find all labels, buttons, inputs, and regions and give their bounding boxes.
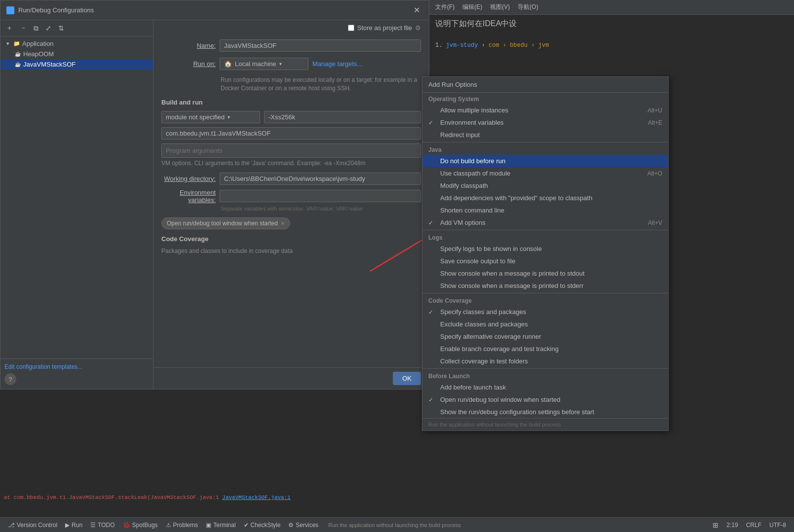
- name-row: Name:: [161, 39, 421, 52]
- ide-menu-nav[interactable]: 导航(O): [518, 3, 538, 11]
- ide-menu-view[interactable]: 视图(V): [490, 3, 510, 11]
- menu-item-open-run-debug[interactable]: ✓ Open run/debug tool window when starte…: [422, 393, 668, 406]
- menu-item-branch-coverage[interactable]: Enable branch coverage and test tracking: [422, 343, 668, 355]
- vm-options-input[interactable]: [264, 111, 421, 123]
- manage-targets-link[interactable]: Manage targets...: [312, 60, 362, 68]
- tree-group-label: Application: [22, 40, 54, 47]
- program-args-input[interactable]: [161, 143, 421, 158]
- menu-item-add-before[interactable]: Add before launch task: [422, 381, 668, 393]
- home-icon: 🏠: [224, 60, 232, 68]
- menu-item-redirect[interactable]: Redirect input: [422, 129, 668, 141]
- tree-item-javavmstacksof[interactable]: ☕ JavaVMStackSOF: [0, 59, 153, 70]
- app-icon: [6, 6, 14, 14]
- status-terminal[interactable]: ▣ Terminal: [202, 518, 239, 532]
- remove-config-button[interactable]: －: [17, 22, 29, 34]
- menu-item-save-console[interactable]: Save console output to file: [422, 255, 668, 267]
- store-as-project-checkbox[interactable]: [348, 25, 354, 31]
- menu-item-test-folders[interactable]: Collect coverage in test folders: [422, 355, 668, 367]
- status-line-ending[interactable]: CRLF: [742, 518, 765, 532]
- menu-item-exclude-classes[interactable]: Exclude classes and packages: [422, 318, 668, 330]
- menu-item-shorten-cmd[interactable]: Shorten command line: [422, 204, 668, 216]
- run-on-dropdown[interactable]: 🏠 Local machine ▾: [220, 58, 308, 70]
- chip-close-button[interactable]: ×: [281, 219, 285, 227]
- menu-item-allow-multiple-label: Allow multiple instances: [440, 106, 508, 114]
- status-encoding[interactable]: UTF-8: [765, 518, 790, 532]
- shortcut-add-vm: Alt+V: [648, 219, 662, 226]
- name-input[interactable]: [220, 39, 421, 52]
- ide-file: com › bbedu › jvm: [489, 42, 549, 49]
- status-todo[interactable]: ☰ TODO: [86, 518, 118, 532]
- menu-item-env-vars[interactable]: ✓ Environment variables Alt+E: [422, 116, 668, 129]
- menu-item-use-classpath[interactable]: Use classpath of module Alt+O: [422, 167, 668, 179]
- menu-item-redirect-label: Redirect input: [440, 131, 480, 139]
- check-add-vm: ✓: [428, 219, 436, 226]
- run-on-label: Run on:: [161, 60, 216, 68]
- sort-config-button[interactable]: ⇅: [56, 23, 67, 34]
- help-button[interactable]: ?: [4, 373, 16, 385]
- ok-button[interactable]: OK: [393, 372, 421, 385]
- step-label: 1.: [435, 42, 442, 49]
- status-bar: ⎇ Version Control ▶ Run ☰ TODO 🐞 SpotBug…: [0, 517, 794, 532]
- divider-java: [422, 142, 668, 142]
- status-run[interactable]: ▶ Run: [61, 518, 86, 532]
- build-run-section: Build and run module not specified ▾: [161, 99, 421, 167]
- dropdown-arrow-icon: ▾: [279, 61, 282, 67]
- menu-item-alt-runner[interactable]: Specify alternative coverage runner: [422, 330, 668, 343]
- menu-item-show-stderr[interactable]: Show console when a message is printed t…: [422, 280, 668, 292]
- open-debug-chip-wrapper: Open run/debug tool window when started …: [161, 217, 421, 229]
- status-services[interactable]: ⚙ Services: [284, 518, 322, 532]
- add-config-button[interactable]: ＋: [3, 22, 15, 34]
- menu-item-specify-logs[interactable]: Specify logs to be shown in console: [422, 243, 668, 255]
- move-config-button[interactable]: ⤢: [43, 23, 54, 34]
- copy-config-button[interactable]: ⧉: [31, 23, 41, 34]
- gear-icon[interactable]: ⚙: [415, 24, 421, 32]
- env-vars-row: Environment variables:: [161, 189, 421, 204]
- run-icon: ▶: [65, 522, 70, 529]
- status-checkstyle[interactable]: ✔ CheckStyle: [240, 518, 285, 532]
- coverage-section: Code Coverage Packages and classes to in…: [161, 235, 421, 254]
- menu-item-show-settings-label: Show the run/debug configuration setting…: [440, 408, 594, 416]
- menu-item-add-vm[interactable]: ✓ Add VM options Alt+V: [422, 216, 668, 229]
- close-button[interactable]: ✕: [411, 4, 423, 16]
- tree-item-heapoom[interactable]: ☕ HeapOOM: [0, 49, 153, 59]
- coverage-title: Code Coverage: [161, 235, 421, 243]
- working-dir-row: Working directory:: [161, 173, 421, 185]
- menu-item-no-build[interactable]: Do not build before run: [422, 155, 668, 167]
- tree-group-application[interactable]: ▾ 📁 Application: [0, 38, 153, 49]
- section-coverage: Code Coverage: [422, 294, 668, 306]
- ide-menu-edit[interactable]: 编辑(E): [462, 3, 482, 11]
- module-vm-row: module not specified ▾: [161, 111, 421, 123]
- vm-hint-text: VM options. CLI arguments to the 'Java' …: [161, 160, 421, 167]
- dialog-footer: OK: [153, 367, 429, 389]
- menu-item-save-console-label: Save console output to file: [440, 257, 516, 265]
- menu-item-show-settings[interactable]: Show the run/debug configuration setting…: [422, 406, 668, 418]
- menu-item-no-build-label: Do not build before run: [440, 157, 505, 165]
- main-class-input[interactable]: [161, 127, 421, 140]
- check-open-run-debug: ✓: [428, 396, 436, 403]
- menu-item-allow-multiple[interactable]: Allow multiple instances Alt+U: [422, 104, 668, 116]
- menu-item-shorten-cmd-label: Shorten command line: [440, 207, 504, 214]
- ide-menu-file[interactable]: 文件(F): [435, 3, 454, 11]
- status-version-control[interactable]: ⎇ Version Control: [4, 518, 61, 532]
- menu-item-add-deps[interactable]: Add dependencies with "provided" scope t…: [422, 192, 668, 204]
- menu-item-test-folders-label: Collect coverage in test folders: [440, 357, 528, 365]
- services-label: Services: [296, 522, 318, 529]
- tree-item-label: JavaVMStackSOF: [23, 61, 76, 68]
- env-vars-input[interactable]: [220, 190, 421, 202]
- menu-item-specify-classes[interactable]: ✓ Specify classes and packages: [422, 306, 668, 318]
- check-specify-classes: ✓: [428, 309, 436, 316]
- edit-templates-link[interactable]: Edit configuration templates...: [4, 363, 82, 370]
- menu-item-env-vars-label: Environment variables: [440, 119, 504, 126]
- module-dropdown[interactable]: module not specified ▾: [161, 111, 260, 123]
- run-label: Run: [72, 522, 82, 529]
- version-control-icon: ⎇: [8, 522, 15, 529]
- status-problems[interactable]: ⚠ Problems: [162, 518, 202, 532]
- status-spotbugs[interactable]: 🐞 SpotBugs: [119, 518, 162, 532]
- section-logs: Logs: [422, 231, 668, 243]
- menu-item-modify-classpath[interactable]: Modify classpath: [422, 179, 668, 192]
- menu-item-show-stdout[interactable]: Show console when a message is printed t…: [422, 267, 668, 280]
- stack-trace-link[interactable]: JavaVMStackSOF.java:1: [222, 495, 291, 500]
- problems-label: Problems: [173, 522, 198, 529]
- terminal-icon: ▣: [206, 522, 211, 529]
- working-dir-input[interactable]: [220, 173, 421, 185]
